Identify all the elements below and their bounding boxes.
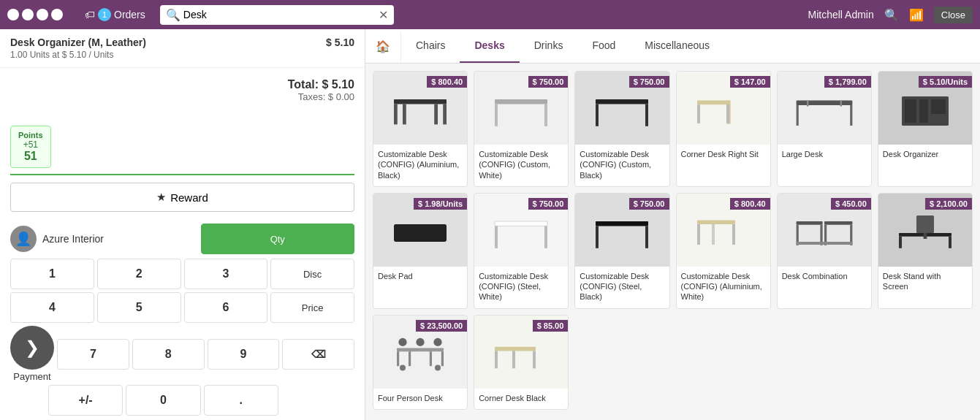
product-card[interactable]: $ 750.00 Customizable Desk (CONFIG) (Ste…: [474, 193, 569, 309]
svg-rect-18: [807, 101, 808, 107]
svg-rect-15: [796, 101, 852, 105]
backspace-button[interactable]: ⌫: [282, 339, 354, 370]
product-name: Customizable Desk (CONFIG) (Steel, White…: [474, 267, 568, 308]
price-badge: $ 750.00: [528, 76, 569, 88]
category-miscellaneous[interactable]: Miscellaneous: [630, 29, 724, 63]
reward-button[interactable]: ★ Reward: [10, 183, 354, 212]
customer-row: 👤 Azure Interior Qty: [10, 224, 354, 254]
wifi-icon: 📶: [909, 8, 924, 22]
key-9[interactable]: 9: [208, 339, 280, 370]
orders-badge: 1: [98, 8, 111, 21]
category-desks[interactable]: Desks: [460, 29, 519, 63]
product-card[interactable]: $ 1.98/Units Desk Pad: [373, 193, 468, 309]
product-name: Customizable Desk (CONFIG) (Steel, Black…: [575, 267, 669, 308]
product-card[interactable]: $ 147.00 Corner Desk Right Sit: [676, 71, 771, 187]
qty-button[interactable]: Qty: [201, 224, 355, 254]
key-1[interactable]: 1: [10, 259, 94, 289]
key-7[interactable]: 7: [57, 339, 129, 370]
key-4[interactable]: 4: [10, 292, 94, 323]
product-card[interactable]: $ 750.00 Customizable Desk (CONFIG) (Cus…: [574, 71, 669, 187]
right-panel: 🏠 Chairs Desks Drinks Food Miscellaneous: [365, 29, 980, 420]
order-total: Total: $ 5.10: [10, 78, 354, 91]
search-icon-top[interactable]: 🔍: [884, 8, 899, 22]
svg-rect-11: [697, 101, 729, 105]
svg-rect-26: [495, 226, 498, 248]
product-image: $ 750.00: [575, 194, 669, 267]
category-drinks[interactable]: Drinks: [520, 29, 578, 63]
orders-label: Orders: [114, 9, 145, 20]
product-card[interactable]: $ 2,100.00 Desk Stand with Screen: [878, 193, 973, 309]
svg-rect-35: [796, 221, 822, 225]
product-image: $ 147.00: [677, 72, 770, 145]
product-image: $ 1.98/Units: [373, 194, 467, 267]
logo-circle-2: [22, 9, 34, 20]
search-icon: 🔍: [166, 8, 181, 22]
home-button[interactable]: 🏠: [365, 31, 401, 62]
category-food[interactable]: Food: [577, 29, 630, 63]
organizer-svg: [896, 83, 954, 134]
search-bar[interactable]: 🔍 ✕: [160, 5, 394, 25]
price-badge: $ 23,500.00: [416, 320, 467, 332]
search-input[interactable]: [183, 9, 379, 20]
order-summary: Total: $ 5.10 Taxes: $ 0.00: [0, 68, 365, 120]
disc-button[interactable]: Disc: [270, 259, 354, 289]
points-plus: +51: [18, 140, 43, 150]
key-6[interactable]: 6: [184, 292, 268, 323]
order-item[interactable]: Desk Organizer (M, Leather) 1.00 Units a…: [0, 29, 365, 68]
svg-point-53: [416, 338, 424, 346]
product-image: $ 85.00: [474, 316, 568, 389]
product-card[interactable]: $ 450.00 Desk Combination: [777, 193, 872, 309]
orders-button[interactable]: 🏷 1 Orders: [85, 8, 145, 21]
svg-rect-34: [712, 224, 715, 245]
svg-rect-44: [949, 237, 951, 248]
product-image: $ 2,100.00: [878, 194, 972, 267]
product-name: Customizable Desk (CONFIG) (Custom, Whit…: [474, 145, 568, 186]
product-card[interactable]: $ 800.40 Customizable Desk (CONFIG) (Alu…: [676, 193, 771, 309]
key-plusminus[interactable]: +/-: [48, 385, 123, 416]
product-card[interactable]: $ 750.00 Customizable Desk (CONFIG) (Cus…: [474, 71, 569, 187]
order-item-price: $ 5.10: [326, 37, 354, 48]
svg-rect-19: [840, 101, 841, 107]
product-name: Desk Organizer: [878, 145, 972, 165]
product-card[interactable]: $ 800.40 Customizable Desk (CONFIG) (Alu…: [373, 71, 468, 187]
product-card[interactable]: $ 23,500.00 Four Person Desk: [373, 315, 468, 410]
key-5[interactable]: 5: [97, 292, 181, 323]
category-chairs[interactable]: Chairs: [401, 29, 460, 63]
product-card[interactable]: $ 85.00 Corner Desk Black: [474, 315, 569, 410]
svg-rect-2: [443, 104, 447, 124]
svg-rect-7: [544, 104, 547, 126]
keypad-row-2: 4 5 6 Price: [10, 292, 354, 323]
key-8[interactable]: 8: [132, 339, 205, 370]
key-dot[interactable]: .: [204, 385, 278, 416]
svg-point-55: [400, 364, 406, 370]
svg-rect-16: [796, 105, 798, 126]
svg-point-52: [398, 338, 406, 346]
svg-rect-28: [596, 221, 648, 226]
product-name: Customizable Desk (CONFIG) (Aluminium, B…: [373, 145, 467, 186]
product-image: $ 750.00: [575, 72, 669, 145]
product-name: Desk Stand with Screen: [878, 267, 972, 298]
logo: [7, 9, 63, 20]
price-badge: $ 147.00: [730, 76, 770, 88]
key-0[interactable]: 0: [126, 385, 200, 416]
key-3[interactable]: 3: [184, 259, 268, 289]
close-button[interactable]: Close: [934, 7, 973, 23]
price-badge: $ 750.00: [629, 76, 669, 88]
product-card[interactable]: $ 1,799.00 Large Desk: [777, 71, 872, 187]
keypad-row-1: 1 2 3 Disc: [10, 259, 354, 289]
svg-rect-38: [824, 221, 852, 225]
svg-rect-5: [495, 99, 547, 104]
points-label: Points: [18, 131, 43, 140]
keypad-row-3: ❯ Payment 7 8 9 ⌫: [10, 326, 354, 382]
product-name: Desk Combination: [778, 267, 871, 287]
svg-rect-9: [596, 104, 599, 126]
price-button[interactable]: Price: [270, 292, 354, 323]
key-2[interactable]: 2: [97, 259, 181, 289]
search-clear-button[interactable]: ✕: [379, 8, 388, 22]
svg-rect-0: [394, 99, 447, 104]
category-nav: 🏠 Chairs Desks Drinks Food Miscellaneous: [365, 29, 980, 64]
desk-svg: [694, 83, 753, 134]
payment-button[interactable]: ❯: [10, 326, 54, 370]
product-card[interactable]: $ 750.00 Customizable Desk (CONFIG) (Ste…: [574, 193, 669, 309]
product-card[interactable]: $ 5.10/Units Desk Organizer: [878, 71, 973, 187]
